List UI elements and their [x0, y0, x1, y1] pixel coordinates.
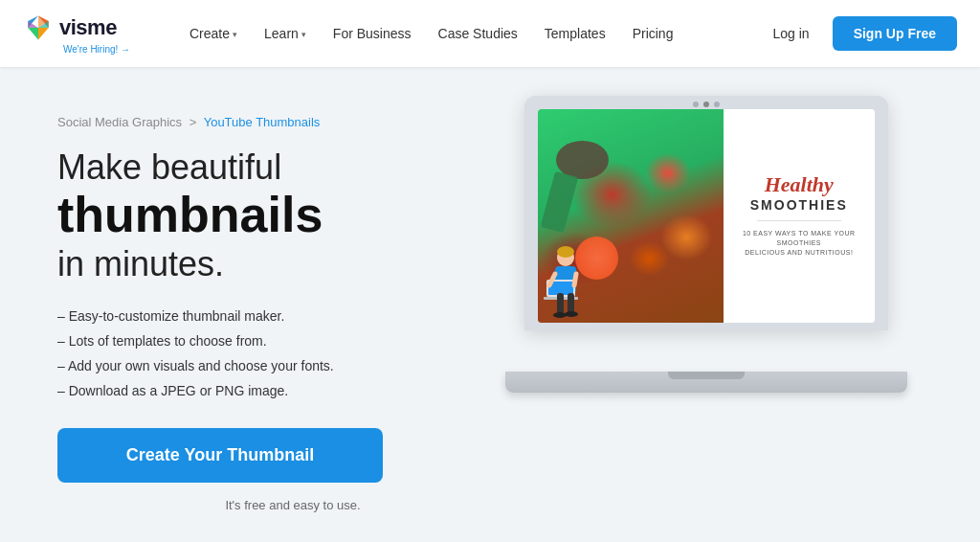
main-content: Social Media Graphics > YouTube Thumbnai… — [0, 67, 980, 542]
svg-line-14 — [574, 274, 576, 285]
person-figure — [532, 243, 599, 339]
breadcrumb: Social Media Graphics > YouTube Thumbnai… — [57, 115, 490, 129]
breadcrumb-current: YouTube Thumbnails — [204, 115, 321, 129]
features-list: – Easy-to-customize thumbnail maker. – L… — [57, 306, 490, 401]
headline-line3: in minutes. — [57, 242, 490, 287]
visme-logo-icon — [23, 12, 54, 43]
navbar: visme We're Hiring! → Create ▾ Learn ▾ F… — [0, 0, 980, 67]
nav-pricing[interactable]: Pricing — [621, 20, 685, 47]
thumbnail-text-area: Healthy Smoothies 10 EASY WAYS TO MAKE Y… — [724, 109, 875, 323]
dot-1 — [693, 102, 699, 107]
svg-point-18 — [565, 311, 578, 317]
feature-item: – Lots of templates to choose from. — [57, 331, 490, 351]
breadcrumb-parent[interactable]: Social Media Graphics — [57, 115, 182, 129]
headline-line1: Make beautiful — [57, 147, 490, 188]
thumbnail-subtitle: 10 EASY WAYS TO MAKE YOUR SMOOTHIESDELIC… — [729, 229, 869, 257]
nav-templates[interactable]: Templates — [533, 20, 617, 47]
logo-area: visme We're Hiring! → — [23, 12, 147, 55]
logo-text[interactable]: visme — [59, 15, 117, 40]
laptop-base — [505, 372, 907, 393]
chevron-down-icon: ▾ — [233, 30, 237, 39]
chevron-down-icon: ▾ — [301, 30, 306, 39]
dot-3 — [714, 102, 720, 107]
svg-point-17 — [553, 312, 567, 318]
feature-item: – Easy-to-customize thumbnail maker. — [57, 306, 490, 327]
feature-item: – Download as a JPEG or PNG image. — [57, 381, 490, 401]
hiring-tag[interactable]: We're Hiring! → — [63, 44, 147, 55]
right-column: Healthy Smoothies 10 EASY WAYS TO MAKE Y… — [490, 105, 923, 542]
nav-for-business[interactable]: For Business — [322, 20, 423, 47]
nav-create[interactable]: Create ▾ — [178, 20, 249, 47]
thumbnail-divider — [757, 220, 841, 221]
free-label: It's free and easy to use. — [96, 498, 490, 512]
nav-right: Log in Sign Up Free — [761, 16, 957, 51]
left-column: Social Media Graphics > YouTube Thumbnai… — [57, 105, 490, 542]
svg-rect-15 — [557, 293, 564, 314]
signup-button[interactable]: Sign Up Free — [833, 16, 957, 51]
dot-2 — [703, 102, 709, 107]
nav-case-studies[interactable]: Case Studies — [427, 20, 529, 47]
thumbnail-title-healthy: Healthy — [765, 174, 834, 195]
nav-links: Create ▾ Learn ▾ For Business Case Studi… — [178, 20, 761, 47]
svg-rect-16 — [568, 293, 574, 314]
laptop-illustration: Healthy Smoothies 10 EASY WAYS TO MAKE Y… — [505, 96, 907, 393]
headline-bold: thumbnails — [57, 188, 490, 242]
thumbnail-title-smoothies: Smoothies — [750, 197, 848, 213]
svg-marker-2 — [28, 28, 38, 39]
laptop-notch — [668, 372, 745, 379]
svg-marker-3 — [38, 28, 49, 39]
screen-dots — [693, 102, 720, 107]
login-button[interactable]: Log in — [761, 20, 820, 47]
cta-button[interactable]: Create Your Thumbnail — [57, 428, 383, 483]
nav-learn[interactable]: Learn ▾ — [253, 20, 318, 47]
feature-item: – Add your own visuals and choose your f… — [57, 356, 490, 376]
breadcrumb-separator: > — [189, 115, 197, 129]
svg-point-8 — [557, 246, 574, 258]
